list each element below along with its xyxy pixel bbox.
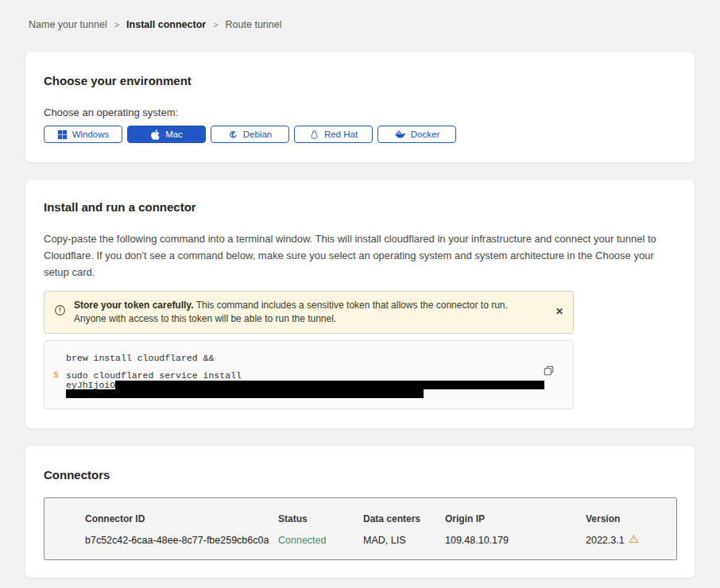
- cell-origin-ip: 109.48.10.179: [445, 535, 586, 546]
- apple-icon: [150, 130, 161, 140]
- terminal-command-line-2: sudo cloudflared service install: [66, 371, 541, 380]
- terminal-command-line-1: brew install cloudflared &&: [66, 353, 541, 363]
- connectors-card: Connectors Connector ID Status Data cent…: [25, 445, 695, 578]
- redaction-bar: [66, 389, 424, 398]
- breadcrumb-separator: >: [213, 20, 218, 29]
- environment-card-title: Choose your environment: [44, 74, 676, 87]
- breadcrumb: Name your tunnel > Install connector > R…: [0, 0, 720, 30]
- redhat-icon: [309, 130, 319, 140]
- cell-version: 2022.3.1: [586, 534, 676, 546]
- os-button-windows[interactable]: Windows: [44, 126, 122, 143]
- token-warning-banner: Store your token carefully. This command…: [44, 291, 574, 334]
- warning-triangle-icon: [629, 534, 639, 546]
- os-button-debian[interactable]: Debian: [211, 126, 289, 143]
- os-button-group: Windows Mac Debian Red Hat Docker: [44, 126, 676, 143]
- token-warning-title: Store your token carefully.: [74, 300, 194, 311]
- column-header-version: Version: [586, 513, 676, 524]
- breadcrumb-step-route-tunnel[interactable]: Route tunnel: [226, 19, 282, 30]
- close-icon[interactable]: ✕: [555, 306, 563, 317]
- install-card-description: Copy-paste the following command into a …: [44, 230, 676, 280]
- os-button-label: Red Hat: [324, 130, 358, 139]
- docker-icon: [394, 130, 406, 139]
- os-button-mac[interactable]: Mac: [127, 126, 206, 143]
- version-value: 2022.3.1: [586, 535, 625, 546]
- breadcrumb-step-name-tunnel[interactable]: Name your tunnel: [29, 19, 107, 30]
- os-button-label: Debian: [243, 130, 272, 139]
- token-prefix: eyJhIjoiO: [66, 380, 115, 390]
- connectors-card-title: Connectors: [44, 468, 677, 482]
- breadcrumb-step-install-connector[interactable]: Install connector: [126, 19, 206, 30]
- os-button-label: Docker: [411, 130, 439, 139]
- install-card-title: Install and run a connector: [44, 200, 676, 214]
- debian-icon: [228, 130, 238, 140]
- cell-connector-id: b7c52c42-6caa-48ee-8c77-fbe259cb6c0a: [85, 535, 278, 546]
- os-button-label: Mac: [165, 130, 183, 139]
- cell-data-centers: MAD, LIS: [363, 535, 445, 546]
- terminal-token-line: eyJhIjoiO: [66, 381, 541, 389]
- os-button-docker[interactable]: Docker: [377, 126, 456, 143]
- terminal-prompt: $: [53, 369, 59, 380]
- table-header-row: Connector ID Status Data centers Origin …: [85, 513, 676, 524]
- breadcrumb-separator: >: [114, 20, 119, 29]
- column-header-status: Status: [278, 513, 363, 524]
- status-badge: Connected: [278, 535, 363, 546]
- table-row: b7c52c42-6caa-48ee-8c77-fbe259cb6c0a Con…: [85, 534, 676, 546]
- os-select-label: Choose an operating system:: [44, 106, 676, 118]
- redaction-bar: [115, 381, 544, 389]
- column-header-origin-ip: Origin IP: [445, 513, 586, 524]
- terminal-command-block: $ brew install cloudflared && sudo cloud…: [44, 340, 574, 409]
- windows-icon: [57, 130, 68, 140]
- alert-circle-icon: [54, 304, 66, 319]
- column-header-data-centers: Data centers: [363, 513, 445, 524]
- choose-environment-card: Choose your environment Choose an operat…: [25, 51, 695, 163]
- install-connector-card: Install and run a connector Copy-paste t…: [25, 179, 695, 429]
- token-warning-text: Store your token carefully. This command…: [66, 299, 555, 326]
- copy-icon[interactable]: [541, 365, 555, 379]
- column-header-connector-id: Connector ID: [85, 513, 278, 524]
- os-button-label: Windows: [72, 130, 110, 139]
- os-button-redhat[interactable]: Red Hat: [294, 126, 373, 143]
- connectors-table: Connector ID Status Data centers Origin …: [44, 497, 677, 560]
